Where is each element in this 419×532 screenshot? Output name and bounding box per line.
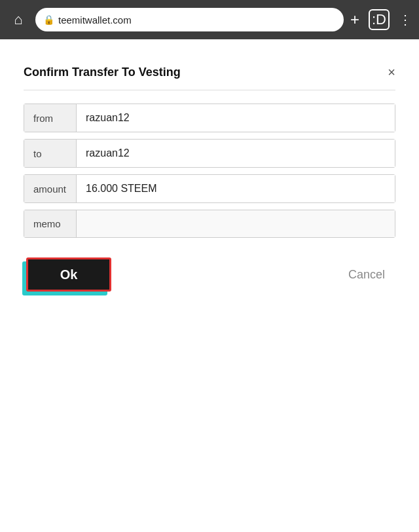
ok-button[interactable]: Ok <box>26 257 111 292</box>
amount-label: amount <box>24 175 77 202</box>
to-label: to <box>24 140 77 167</box>
dialog-header: Confirm Transfer To Vesting × <box>24 66 395 79</box>
browser-actions: + :D ⋮ <box>350 9 411 30</box>
lock-icon: 🔒 <box>43 14 54 25</box>
memo-value <box>77 210 395 237</box>
close-button[interactable]: × <box>388 66 395 79</box>
url-text: teemitwallet.com <box>58 14 132 26</box>
amount-row: amount 16.000 STEEM <box>24 174 395 203</box>
browser-menu-button[interactable]: ⋮ <box>399 12 411 28</box>
add-tab-button[interactable]: + <box>350 10 359 29</box>
browser-chrome: ⌂ 🔒 teemitwallet.com + :D ⋮ <box>0 0 419 39</box>
cancel-button[interactable]: Cancel <box>340 263 393 287</box>
button-row: Ok Cancel <box>24 257 395 292</box>
from-label: from <box>24 104 77 132</box>
to-value: razuan12 <box>77 140 395 167</box>
header-divider <box>24 90 395 90</box>
to-row: to razuan12 <box>24 139 395 168</box>
memo-row: memo <box>24 210 395 238</box>
home-button[interactable]: ⌂ <box>8 11 29 28</box>
page-content: Confirm Transfer To Vesting × from razua… <box>0 39 419 532</box>
confirm-transfer-dialog: Confirm Transfer To Vesting × from razua… <box>10 52 409 307</box>
from-value: razuan12 <box>77 104 395 132</box>
memo-label: memo <box>24 210 77 237</box>
ok-button-wrapper: Ok <box>26 257 111 292</box>
amount-value: 16.000 STEEM <box>77 175 395 202</box>
dialog-title: Confirm Transfer To Vesting <box>24 66 181 79</box>
address-bar[interactable]: 🔒 teemitwallet.com <box>35 8 344 31</box>
emoji-button[interactable]: :D <box>369 9 390 30</box>
from-row: from razuan12 <box>24 104 395 132</box>
